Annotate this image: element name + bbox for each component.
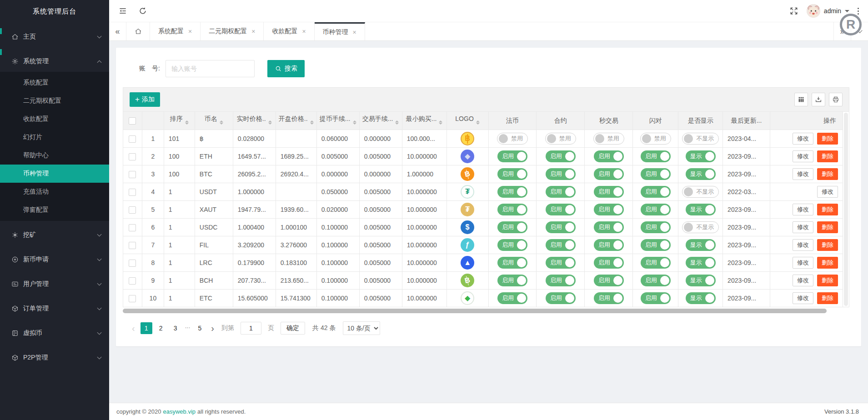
row-checkbox[interactable]: [129, 206, 136, 214]
legal-switch[interactable]: 启用: [497, 239, 527, 251]
display-switch[interactable]: 显示: [686, 168, 716, 180]
row-checkbox[interactable]: [129, 242, 136, 249]
more-vertical-icon[interactable]: [856, 7, 861, 15]
export-icon[interactable]: [812, 93, 825, 106]
flash-switch[interactable]: 启用: [641, 204, 671, 215]
print-icon[interactable]: [829, 93, 843, 106]
column-header[interactable]: 提币手续...: [316, 112, 359, 130]
display-switch[interactable]: 显示: [686, 150, 716, 162]
second-trade-switch[interactable]: 启用: [594, 257, 624, 269]
tab-close-icon[interactable]: ×: [353, 29, 356, 36]
edit-button[interactable]: 修改: [793, 239, 813, 251]
row-checkbox[interactable]: [129, 171, 136, 178]
row-checkbox[interactable]: [129, 277, 136, 285]
jump-page-input[interactable]: [241, 322, 261, 335]
delete-button[interactable]: 删除: [817, 292, 838, 304]
flash-switch[interactable]: 启用: [641, 186, 671, 198]
vertical-scrollbar[interactable]: [843, 111, 849, 307]
tabs-scroll-left-icon[interactable]: «: [109, 22, 126, 40]
sidebar-item-home[interactable]: 主页: [0, 26, 109, 47]
fullscreen-icon[interactable]: [789, 6, 798, 15]
second-trade-switch[interactable]: 启用: [594, 275, 624, 286]
display-switch[interactable]: 不显示: [682, 133, 719, 145]
contract-switch[interactable]: 启用: [546, 292, 576, 304]
page-number[interactable]: 2: [155, 322, 167, 334]
contract-switch[interactable]: 启用: [546, 168, 576, 180]
contract-switch[interactable]: 禁用: [545, 133, 576, 145]
second-trade-switch[interactable]: 启用: [594, 239, 624, 251]
page-number-active[interactable]: 1: [140, 322, 152, 334]
delete-button[interactable]: 删除: [817, 275, 838, 286]
row-checkbox[interactable]: [129, 135, 136, 143]
edit-button[interactable]: 修改: [793, 133, 813, 145]
legal-switch[interactable]: 启用: [497, 204, 527, 215]
sidebar-subitem[interactable]: 幻灯片: [0, 128, 109, 146]
sort-icon[interactable]: [310, 119, 314, 126]
sidebar-subitem[interactable]: 充值活动: [0, 183, 109, 201]
sidebar-subitem[interactable]: 弹窗配置: [0, 201, 109, 219]
sidebar-item-new-coin[interactable]: 新币申请: [0, 249, 109, 270]
legal-switch[interactable]: 禁用: [497, 133, 528, 145]
display-switch[interactable]: 不显示: [682, 186, 719, 198]
collapse-sidebar-icon[interactable]: [118, 6, 127, 15]
edit-button[interactable]: 修改: [793, 221, 813, 233]
display-switch[interactable]: 显示: [686, 275, 716, 286]
column-header[interactable]: 币名: [195, 112, 233, 130]
contract-switch[interactable]: 启用: [546, 150, 576, 162]
sort-icon[interactable]: [220, 119, 223, 126]
tab-active[interactable]: 币种管理×: [315, 22, 365, 40]
sort-icon[interactable]: [268, 119, 272, 126]
tab-home[interactable]: [126, 22, 150, 40]
page-number[interactable]: 5: [194, 322, 206, 334]
second-trade-switch[interactable]: 启用: [594, 221, 624, 233]
flash-switch[interactable]: 启用: [641, 257, 671, 269]
display-switch[interactable]: 不显示: [682, 221, 719, 233]
sidebar-item-orders[interactable]: 订单管理: [0, 298, 109, 319]
sort-icon[interactable]: [353, 119, 356, 126]
column-header[interactable]: LOGO: [447, 112, 488, 130]
tab-close-icon[interactable]: ×: [188, 28, 192, 35]
row-checkbox[interactable]: [129, 260, 136, 267]
sort-icon[interactable]: [439, 119, 442, 126]
easyweb-link[interactable]: easyweb.vip: [163, 408, 196, 415]
contract-switch[interactable]: 启用: [546, 221, 576, 233]
columns-filter-icon[interactable]: [794, 93, 808, 106]
contract-switch[interactable]: 启用: [546, 204, 576, 215]
edit-button[interactable]: 修改: [817, 186, 838, 198]
prev-page-icon[interactable]: ‹: [129, 323, 138, 334]
sort-icon[interactable]: [476, 119, 480, 126]
tab-item[interactable]: 收款配置×: [264, 22, 314, 40]
confirm-button[interactable]: 确定: [281, 322, 305, 335]
sort-icon[interactable]: [185, 119, 189, 126]
delete-button[interactable]: 删除: [817, 221, 838, 233]
column-header[interactable]: 交易手续...: [359, 112, 402, 130]
refresh-icon[interactable]: [138, 6, 147, 15]
sidebar-subitem[interactable]: 币种管理: [0, 165, 109, 183]
legal-switch[interactable]: 启用: [497, 168, 527, 180]
column-header[interactable]: 开盘价格..: [276, 112, 316, 130]
tab-item[interactable]: 系统配置×: [150, 22, 201, 40]
display-switch[interactable]: 显示: [686, 239, 716, 251]
display-switch[interactable]: 显示: [686, 204, 716, 215]
legal-switch[interactable]: 启用: [497, 150, 527, 162]
legal-switch[interactable]: 启用: [497, 186, 527, 198]
flash-switch[interactable]: 启用: [641, 275, 671, 286]
next-page-icon[interactable]: ›: [208, 323, 217, 334]
edit-button[interactable]: 修改: [793, 168, 813, 180]
edit-button[interactable]: 修改: [793, 257, 813, 269]
delete-button[interactable]: 删除: [817, 133, 838, 145]
edit-button[interactable]: 修改: [793, 204, 813, 215]
second-trade-switch[interactable]: 启用: [594, 186, 624, 198]
account-input[interactable]: [166, 60, 255, 77]
page-number[interactable]: 3: [170, 322, 181, 334]
contract-switch[interactable]: 启用: [546, 257, 576, 269]
row-checkbox[interactable]: [129, 295, 136, 302]
second-trade-switch[interactable]: 启用: [594, 168, 624, 180]
second-trade-switch[interactable]: 禁用: [593, 133, 624, 145]
second-trade-switch[interactable]: 启用: [594, 292, 624, 304]
column-header[interactable]: 实时价格..: [233, 112, 276, 130]
sidebar-subitem[interactable]: 二元期权配置: [0, 92, 109, 110]
legal-switch[interactable]: 启用: [497, 275, 527, 286]
horizontal-scrollbar-thumb[interactable]: [123, 309, 827, 313]
add-button[interactable]: +添加: [130, 92, 160, 107]
